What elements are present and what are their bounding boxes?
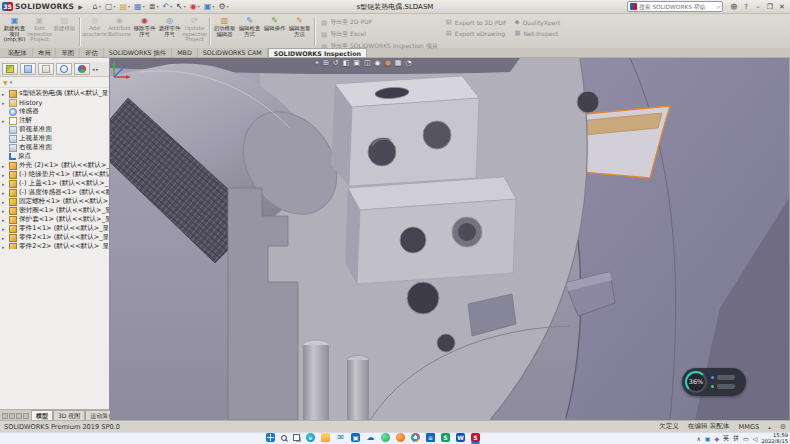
display-style-icon[interactable]: ◫ [364, 59, 371, 67]
select-cursor-icon[interactable]: ↖ [176, 3, 186, 11]
commandmanager-tab[interactable]: 装配体 [3, 48, 33, 57]
expand-arrow-icon[interactable] [2, 100, 7, 106]
search-magnifier-icon[interactable]: ⌕ [717, 3, 720, 11]
expand-arrow-icon[interactable] [2, 118, 7, 124]
filter-funnel-icon[interactable]: ▼ [3, 79, 8, 86]
feature-tree-root[interactable]: s型铠装热电偶 (默认<默认_显示状态-1 [2, 89, 109, 98]
feature-tree-item[interactable]: 注解 [2, 116, 109, 125]
document-tab[interactable]: 3D 视图 [53, 410, 85, 420]
ribbon-button[interactable]: ▤ 新建模板 [52, 15, 77, 48]
mail-icon[interactable]: ✉ [336, 433, 345, 444]
expand-arrow-icon[interactable] [2, 172, 7, 178]
feature-tree-item[interactable]: (-) 上盖<1> (默认<<默认>_显示状 [2, 179, 109, 188]
expand-arrow-icon[interactable] [2, 199, 7, 205]
solidworks-taskbar-icon[interactable]: S [471, 433, 480, 444]
export-menu-item[interactable]: ▤ 导出至 Excel [321, 30, 438, 39]
feature-tree-item[interactable]: 保护套<1> (默认<<默认>_显示状 [2, 215, 109, 224]
tray-chevron-icon[interactable]: ∧ [696, 435, 700, 442]
rebuild-traffic-light-icon[interactable]: ◉ [190, 3, 200, 11]
export-menu-item[interactable]: ▤ Export to 3D PDF [446, 18, 507, 26]
expand-arrow-icon[interactable] [2, 163, 7, 169]
model-hole-1[interactable] [368, 138, 396, 166]
minimize-button[interactable]: – [752, 1, 764, 13]
filter-chevron-icon[interactable]: ▾ [10, 79, 13, 85]
export-menu-item[interactable]: ▤ Export eDrawing [446, 29, 507, 37]
search-input[interactable] [639, 4, 715, 10]
units-chevron-icon[interactable]: ▴ [768, 424, 771, 430]
new-document-icon[interactable]: ▢ [105, 3, 116, 11]
feature-tree-item[interactable]: 零件2<1> (默认<<默认>_显示状 [2, 233, 109, 242]
feature-tree-item[interactable]: 右视基准面 [2, 143, 109, 152]
featuremanager-tree-tab[interactable] [2, 63, 18, 75]
zoom-percent-badge[interactable]: 36% [682, 368, 746, 396]
expand-arrow-icon[interactable] [2, 226, 7, 232]
task-view-button[interactable] [293, 433, 300, 444]
commandmanager-tab[interactable]: 布局 [33, 48, 57, 57]
zoom-fit-icon[interactable]: ⌖ [315, 59, 319, 67]
view-settings-icon[interactable]: ◔ [405, 59, 411, 67]
feature-tree-item[interactable]: 前视基准面 [2, 125, 109, 134]
ribbon-button[interactable]: ⟳ Update Inspection Project [182, 15, 207, 48]
feature-tree-item[interactable]: 上视基准面 [2, 134, 109, 143]
expand-arrow-icon[interactable] [2, 208, 7, 214]
graphics-area[interactable]: ⌖ ⊞ ↺ ◧ ▣ ◫ ◉ ● ▦ ◔ [110, 58, 790, 420]
tray-app-blue-icon[interactable]: ▣ [705, 435, 711, 442]
model-middle-block[interactable] [345, 177, 516, 284]
login-button[interactable]: ☻ [728, 1, 740, 13]
feature-tree-item[interactable]: 密封圈<1> (默认<<默认>_显示状 [2, 206, 109, 215]
feature-tree-item[interactable]: 原点 [2, 152, 109, 161]
tray-audio-icon[interactable]: ◁ [753, 435, 758, 442]
dimxpert-manager-tab[interactable] [56, 63, 72, 75]
ribbon-button[interactable]: ✎ 编辑检查 方式 [237, 15, 262, 48]
display-manager-tab[interactable] [74, 63, 90, 75]
ribbon-button[interactable]: ▥ 启动模板 编辑器 [212, 15, 237, 48]
previous-view-icon[interactable]: ↺ [333, 59, 339, 67]
configuration-manager-tab[interactable] [38, 63, 54, 75]
model-upper-block[interactable] [331, 76, 479, 186]
ribbon-button[interactable]: ✎ 编辑操作 [262, 15, 287, 48]
section-view-icon[interactable]: ◧ [343, 59, 350, 67]
chrome-icon[interactable] [411, 433, 420, 444]
language-indicator[interactable]: 英 [723, 434, 729, 443]
zoom-area-icon[interactable]: ⊞ [323, 59, 329, 67]
feature-tree-item[interactable]: History [2, 98, 109, 107]
start-button[interactable] [266, 433, 275, 444]
options-gear-icon[interactable]: ⚙ [218, 3, 228, 11]
help-search-box[interactable]: ⌕ [627, 1, 723, 12]
ribbon-button[interactable]: ◉ Add/Edit Balloons [107, 15, 132, 48]
commandmanager-tab[interactable]: SOLIDWORKS 插件 [104, 48, 172, 57]
app-green-icon[interactable] [381, 433, 390, 444]
store-icon[interactable]: ▣ [351, 433, 360, 444]
save-icon[interactable]: ▦ [134, 3, 145, 11]
ribbon-button[interactable]: ▣ 新建检查 项目 (imp;和) [2, 15, 27, 48]
open-folder-icon[interactable]: ▤ [120, 3, 131, 11]
ribbon-button[interactable]: ◎ 选择零件 序号 [157, 15, 182, 48]
3d-model[interactable] [110, 58, 789, 420]
feature-tree-item[interactable]: (-) 绝缘垫片<1> (默认<<默认>_显 [2, 170, 109, 179]
home-icon[interactable]: ⌂ [93, 3, 101, 11]
app-s-green-icon[interactable]: S [441, 433, 450, 444]
expand-arrow-icon[interactable] [2, 217, 7, 223]
hide-show-icon[interactable]: ◉ [375, 59, 381, 67]
edit-appearance-icon[interactable]: ● [385, 59, 391, 67]
display-settings-icon[interactable]: ▣ [204, 3, 215, 11]
commandmanager-tab[interactable]: SOLIDWORKS Inspection [268, 48, 367, 57]
expand-arrow-icon[interactable] [2, 235, 7, 241]
model-hole-2[interactable] [423, 121, 451, 149]
units-selector[interactable]: MMGS [739, 423, 760, 431]
feature-tree-item[interactable]: 外壳 (2)<1> (默认<<默认>_显示状 [2, 161, 109, 170]
file-explorer-icon[interactable] [321, 433, 330, 444]
model-pin-2[interactable] [347, 360, 369, 420]
expand-arrow-icon[interactable] [2, 190, 7, 196]
export-menu-item[interactable]: ◆ QualityXpert [514, 18, 560, 26]
statusbar-gear-icon[interactable]: ⚙ [780, 423, 786, 431]
scene-icon[interactable]: ▦ [395, 59, 402, 67]
app-w-blue-icon[interactable]: W [456, 433, 465, 444]
edge-icon[interactable]: e [306, 433, 315, 444]
help-button[interactable]: ? [740, 1, 752, 13]
tray-display-icon[interactable]: ▭ [743, 435, 749, 442]
ribbon-button[interactable]: ◉ 移除零件 序号 [132, 15, 157, 48]
document-tab[interactable]: 模型 [31, 410, 53, 420]
onedrive-icon[interactable]: ☁ [366, 433, 375, 444]
panel-tab-overflow-icon[interactable]: ◂ ▸ [92, 66, 99, 72]
